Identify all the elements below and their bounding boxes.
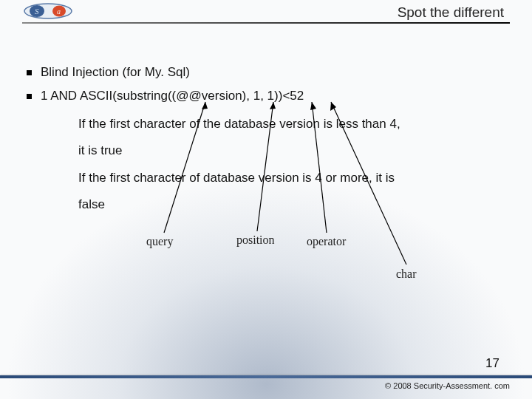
svg-text:S: S [35,7,39,16]
bullet-text: Blind Injection (for My. Sql) [41,65,190,80]
bullet-square-icon [27,94,32,99]
copyright-text: © 2008 Security-Assessment. com [385,381,510,390]
bullet-text: 1 AND ASCII(substring((@@version), 1, 1)… [41,89,304,103]
explain-line: false [78,193,505,216]
slide-title: Spot the different [398,4,504,21]
explain-line: If the first character of database versi… [78,166,505,190]
explain-line: it is true [78,139,505,163]
logo-badge: S a [24,3,72,19]
page-number: 17 [485,356,499,371]
label-char: char [396,267,417,281]
bullet-item: 1 AND ASCII(substring((@@version), 1, 1)… [27,89,505,103]
label-position: position [236,233,275,247]
label-operator: operator [307,235,346,248]
bullet-list: Blind Injection (for My. Sql) 1 AND ASCI… [27,65,505,219]
footer-bar [0,375,532,378]
bullet-square-icon [27,70,32,75]
label-query: query [146,235,173,248]
explanation-block: If the first character of the database v… [78,112,505,216]
bullet-item: Blind Injection (for My. Sql) [27,65,505,80]
slide: S a Spot the different Blind Injection (… [0,0,532,399]
svg-text:a: a [57,7,61,16]
title-underline [22,22,510,24]
explain-line: If the first character of the database v… [78,112,505,136]
